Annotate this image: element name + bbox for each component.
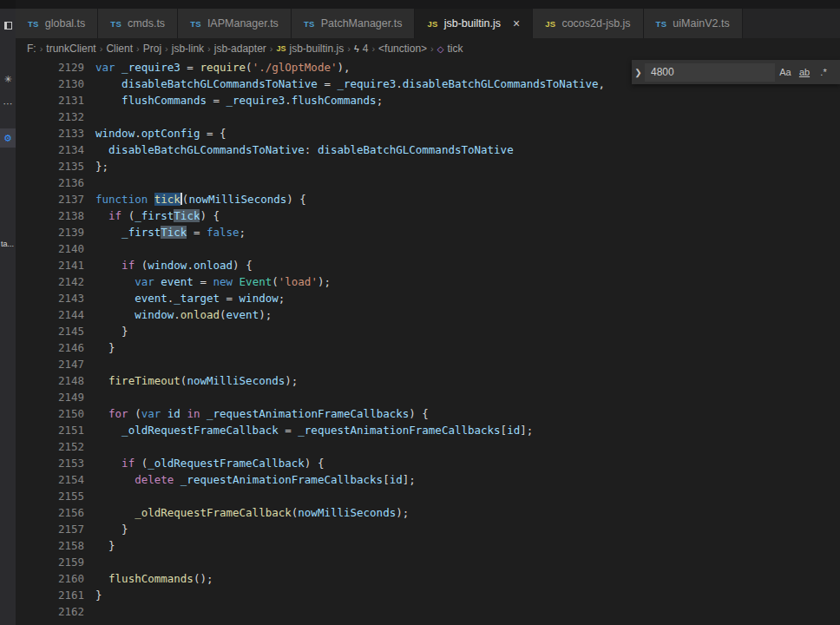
code-line[interactable]: 2147: [16, 356, 840, 372]
code-editor[interactable]: 2129var _require3 = require('./glOptMode…: [16, 59, 840, 625]
line-number[interactable]: 2140: [16, 240, 95, 257]
line-number[interactable]: 2160: [16, 570, 95, 587]
line-number[interactable]: 2143: [16, 290, 95, 306]
line-number[interactable]: 2145: [16, 323, 95, 339]
code-line[interactable]: 2138 if (_firstTick) {: [16, 207, 840, 224]
code-text: };: [95, 158, 840, 174]
code-line[interactable]: 2157 }: [16, 521, 840, 537]
code-line[interactable]: 2136: [16, 174, 840, 191]
line-number[interactable]: 2154: [16, 471, 95, 488]
breadcrumb-item[interactable]: jsb-adapter: [214, 43, 266, 55]
settings-gear-icon[interactable]: ⚙: [0, 128, 16, 148]
line-number[interactable]: 2151: [16, 422, 95, 438]
breadcrumb-item[interactable]: JSjsb-builtin.js: [276, 43, 344, 55]
code-line[interactable]: 2148 fireTimeout(nowMilliSeconds);: [16, 372, 840, 389]
code-line[interactable]: 2151 _oldRequestFrameCallback = _request…: [16, 422, 840, 438]
breadcrumb-item[interactable]: Client: [106, 43, 133, 55]
tab-cocos2d-jsb.js[interactable]: JScocos2d-jsb.js: [533, 9, 643, 38]
tab-uiMainV2.ts[interactable]: TSuiMainV2.ts: [644, 9, 743, 38]
code-line[interactable]: 2161}: [16, 587, 840, 603]
line-number[interactable]: 2144: [16, 306, 95, 323]
tab-cmds.ts[interactable]: TScmds.ts: [98, 9, 178, 38]
line-number[interactable]: 2153: [16, 455, 95, 471]
line-number[interactable]: 2131: [16, 92, 95, 109]
breadcrumb-item[interactable]: Proj: [143, 43, 161, 55]
code-line[interactable]: 2146 }: [16, 339, 840, 356]
line-number[interactable]: 2155: [16, 488, 95, 504]
breadcrumb-item[interactable]: <function>: [378, 43, 427, 55]
code-line[interactable]: 2152: [16, 438, 840, 455]
line-number[interactable]: 2149: [16, 389, 95, 405]
line-number[interactable]: 2133: [16, 125, 95, 141]
code-line[interactable]: 2132: [16, 109, 840, 125]
breadcrumb-item[interactable]: ϟ4: [354, 43, 369, 55]
tab-PatchManager.ts[interactable]: TSPatchManager.ts: [292, 9, 416, 38]
code-line[interactable]: 2156 _oldRequestFrameCallback(nowMilliSe…: [16, 504, 840, 521]
code-line[interactable]: 2140: [16, 240, 840, 257]
line-number[interactable]: 2157: [16, 521, 95, 537]
code-line[interactable]: 2158 }: [16, 537, 840, 554]
whole-word-button[interactable]: ab: [796, 63, 813, 81]
line-number[interactable]: 2139: [16, 224, 95, 240]
line-number[interactable]: 2129: [16, 59, 95, 76]
code-line[interactable]: 2141 if (window.onload) {: [16, 257, 840, 273]
code-line[interactable]: 2153 if (_oldRequestFrameCallback) {: [16, 455, 840, 471]
line-number[interactable]: 2136: [16, 174, 95, 191]
close-icon[interactable]: ×: [513, 17, 520, 30]
code-line[interactable]: 2143 event._target = window;: [16, 290, 840, 306]
line-number[interactable]: 2132: [16, 109, 95, 125]
code-line[interactable]: 2142 var event = new Event('load');: [16, 273, 840, 290]
code-line[interactable]: 2155: [16, 488, 840, 504]
line-number[interactable]: 2161: [16, 587, 95, 603]
line-number[interactable]: 2152: [16, 438, 95, 455]
code-line[interactable]: 2135};: [16, 158, 840, 174]
line-number[interactable]: 2162: [16, 603, 95, 620]
line-number[interactable]: 2146: [16, 339, 95, 356]
code-line[interactable]: 2145 }: [16, 323, 840, 339]
line-number[interactable]: 2138: [16, 207, 95, 224]
code-line[interactable]: 2154 delete _requestAnimationFrameCallba…: [16, 471, 840, 488]
tab-global.ts[interactable]: TSglobal.ts: [16, 9, 98, 38]
code-line[interactable]: 2139 _firstTick = false;: [16, 224, 840, 240]
line-number[interactable]: 2159: [16, 554, 95, 570]
code-line[interactable]: 2137function tick(nowMilliSeconds) {: [16, 191, 840, 207]
line-number[interactable]: 2158: [16, 537, 95, 554]
overflow-menu-icon[interactable]: ⋯: [0, 94, 16, 113]
code-line[interactable]: 2134 disableBatchGLCommandsToNative: dis…: [16, 141, 840, 158]
line-number[interactable]: 2137: [16, 191, 95, 207]
code-line[interactable]: 2150 for (var id in _requestAnimationFra…: [16, 405, 840, 422]
code-text: }: [95, 323, 840, 339]
breadcrumb-item[interactable]: ◇tick: [437, 43, 463, 55]
code-line[interactable]: 2131 flushCommands = _require3.flushComm…: [16, 92, 840, 109]
line-number[interactable]: 2156: [16, 504, 95, 521]
tab-IAPManager.ts[interactable]: TSIAPManager.ts: [178, 9, 292, 38]
code-line[interactable]: 2149: [16, 389, 840, 405]
line-number[interactable]: 2150: [16, 405, 95, 422]
tab-jsb-builtin.js[interactable]: JSjsb-builtin.js×: [415, 9, 533, 38]
line-number[interactable]: 2130: [16, 76, 95, 92]
breadcrumb-item[interactable]: F:: [27, 43, 36, 55]
line-number[interactable]: 2148: [16, 372, 95, 389]
find-input[interactable]: [645, 63, 775, 82]
code-text: if (window.onload) {: [95, 257, 840, 273]
code-line[interactable]: 2159: [16, 554, 840, 570]
line-number[interactable]: 2135: [16, 158, 95, 174]
line-number[interactable]: 2142: [16, 273, 95, 290]
code-line[interactable]: 2162: [16, 603, 840, 620]
editor-layout-icon[interactable]: [0, 16, 16, 35]
code-line[interactable]: 2133window.optConfig = {: [16, 125, 840, 141]
code-line[interactable]: 2144 window.onload(event);: [16, 306, 840, 323]
code-text: flushCommands = _require3.flushCommands;: [95, 92, 840, 109]
line-number[interactable]: 2141: [16, 257, 95, 273]
match-case-button[interactable]: Aa: [777, 63, 794, 81]
code-line[interactable]: 2160 flushCommands();: [16, 570, 840, 587]
line-number[interactable]: 2134: [16, 141, 95, 158]
line-number[interactable]: 2147: [16, 356, 95, 372]
star-icon[interactable]: ✳: [0, 69, 16, 89]
regex-button[interactable]: .*: [815, 63, 832, 81]
breadcrumb-item[interactable]: jsb-link: [172, 43, 204, 55]
toggle-replace-chevron-icon[interactable]: ❯: [632, 60, 645, 84]
breadcrumb-item[interactable]: trunkClient: [46, 43, 95, 55]
chevron-right-icon: ›: [430, 43, 434, 54]
activity-bar-top-strip: [0, 0, 16, 9]
